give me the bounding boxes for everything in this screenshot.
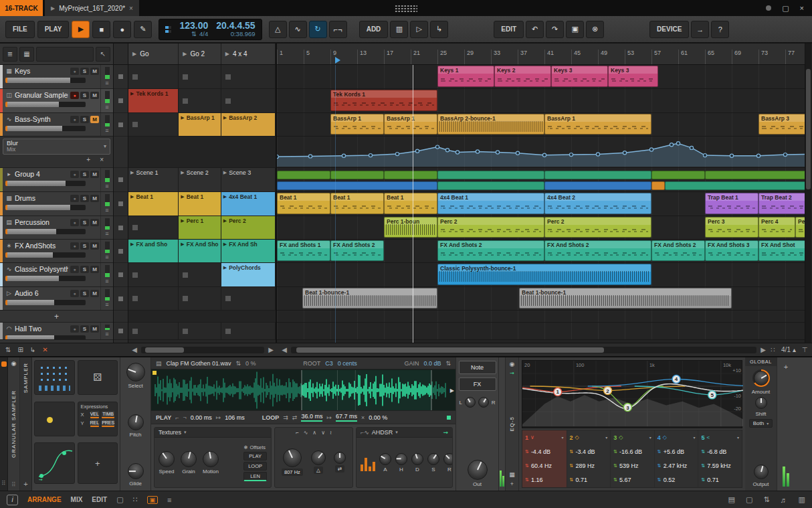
eq-band-gain[interactable]: ⇅-3.4 dB bbox=[570, 448, 608, 455]
clip-slot[interactable]: ▶4x4 Beat 1 bbox=[221, 192, 276, 216]
mute-button[interactable]: M bbox=[90, 195, 99, 202]
panel-layout-icon[interactable]: ▣ bbox=[147, 496, 159, 504]
clip-slot[interactable] bbox=[128, 113, 179, 136]
group-clip-segment[interactable] bbox=[544, 171, 651, 179]
random-modulator[interactable]: ⚄ bbox=[78, 360, 118, 395]
clip-play-icon[interactable]: ▶ bbox=[181, 218, 184, 224]
grain-knob[interactable] bbox=[181, 451, 197, 467]
clip-slot[interactable]: ▶FX And Sho bbox=[179, 240, 221, 262]
loop-pingpong-icon[interactable]: ⇄ bbox=[292, 414, 298, 421]
arranger-clip[interactable]: BassArp 2-bounce-1 bbox=[437, 114, 544, 135]
hold-knob[interactable] bbox=[395, 453, 407, 465]
clip-play-icon[interactable]: ▶ bbox=[223, 242, 227, 247]
edit-menu-button[interactable]: EDIT bbox=[494, 21, 524, 38]
volume-fader[interactable] bbox=[5, 300, 86, 305]
arm-button[interactable]: ● bbox=[70, 325, 79, 333]
eq-band-gain[interactable]: ⇅-6.8 dB bbox=[701, 448, 739, 455]
position-value[interactable]: 20.4.4.55 bbox=[216, 21, 255, 31]
eq-band-type-icon[interactable]: ◇ bbox=[663, 434, 667, 440]
root-note-value[interactable]: C3 bbox=[325, 360, 333, 367]
clip-stop-button[interactable] bbox=[114, 89, 128, 113]
ahdsr-title[interactable]: AHDSR bbox=[372, 429, 393, 436]
clip-play-icon[interactable]: ▶ bbox=[130, 91, 134, 96]
freeze-icon[interactable]: ❄ bbox=[243, 444, 247, 450]
clip-slot[interactable]: ▶Beat 1 bbox=[179, 192, 221, 216]
tempo-value[interactable]: 123.00 bbox=[179, 21, 208, 31]
track-menu-icon[interactable]: ≡ bbox=[105, 104, 108, 110]
track-row[interactable]: ∿Classic Polysynth●SM≡ bbox=[0, 263, 113, 287]
eq-band-freq[interactable]: ⇅289 Hz bbox=[570, 462, 608, 469]
eq-band-freq[interactable]: ⇅2.47 kHz bbox=[657, 462, 696, 469]
arranger-row[interactable]: Keys 1Keys 2Keys 3Keys 3 bbox=[277, 65, 805, 89]
mute-button[interactable]: M bbox=[90, 219, 99, 226]
mute-button[interactable]: M bbox=[90, 171, 99, 178]
track-name[interactable]: Classic Polysynth bbox=[15, 265, 68, 273]
track-name[interactable]: FX AndShots bbox=[15, 242, 68, 250]
note-panel-toggle-icon[interactable]: ♬ bbox=[781, 496, 788, 504]
mixer-panel-toggle-icon[interactable]: ▥ bbox=[799, 495, 805, 504]
clip-stop-button[interactable] bbox=[114, 263, 128, 287]
track-name[interactable]: Audio 6 bbox=[15, 289, 68, 297]
arranger-clip[interactable]: Perc 2 bbox=[437, 217, 544, 238]
solo-button[interactable]: S bbox=[80, 68, 89, 75]
track-menu-icon[interactable]: ≡ bbox=[105, 254, 108, 260]
track-name[interactable]: Drums bbox=[15, 194, 68, 202]
device-name-column[interactable]: ◉ GRANULAR SAMPLER ⠿ bbox=[8, 357, 20, 491]
track-name[interactable]: Granular Sampler bbox=[15, 91, 68, 99]
play-mode-icon[interactable]: ⌐ bbox=[175, 414, 179, 421]
amount-knob[interactable] bbox=[754, 371, 769, 386]
arranger-clip[interactable]: Beat 1 bbox=[330, 193, 384, 214]
group-clip-segment[interactable] bbox=[330, 171, 384, 179]
clip-slot[interactable] bbox=[128, 65, 179, 88]
arranger-clip[interactable]: Beat 1-bounce-1 bbox=[519, 288, 732, 309]
track-menu-icon[interactable]: ≡ bbox=[105, 128, 108, 134]
vertical-scrollbar[interactable] bbox=[805, 44, 811, 343]
volume-fader[interactable] bbox=[5, 335, 86, 340]
stretch-value[interactable]: 0 % bbox=[245, 360, 256, 367]
arm-button[interactable]: ● bbox=[70, 195, 79, 202]
arm-button[interactable]: ● bbox=[70, 266, 79, 273]
arranger-clip[interactable]: Trap Beat 2 bbox=[758, 193, 805, 214]
remove-automation-lane-button[interactable]: × bbox=[100, 156, 104, 163]
eq-band-gain[interactable]: ⇅+5.6 dB bbox=[657, 448, 696, 455]
arranger-row[interactable]: Perc 1-bounPerc 2Perc 2Perc 3Perc 4Perc … bbox=[277, 216, 805, 240]
clip-slot[interactable] bbox=[179, 65, 221, 88]
clip-stop-button[interactable] bbox=[114, 113, 128, 137]
track-menu-icon[interactable]: ≡ bbox=[105, 331, 108, 337]
scene-header[interactable]: ▶Go 2 bbox=[179, 44, 221, 64]
sampler-tab-column[interactable]: SAMPLER + bbox=[20, 357, 32, 491]
group-clip-segment[interactable] bbox=[544, 181, 651, 190]
clip-slot[interactable]: ▶BassArp 1 bbox=[179, 113, 221, 136]
group-clip-segment[interactable] bbox=[665, 181, 805, 190]
arm-button[interactable]: ● bbox=[70, 116, 79, 123]
mute-button[interactable]: M bbox=[90, 116, 99, 123]
eq-mode-select[interactable]: Both▾ bbox=[749, 419, 773, 428]
sustain-knob[interactable] bbox=[427, 453, 439, 465]
arranger-clip[interactable]: Beat 1 bbox=[384, 193, 437, 214]
arranger-row[interactable]: BassArp 1BassArp 1BassArp 2-bounce-1Bass… bbox=[277, 113, 805, 137]
browser-panel-toggle-icon[interactable]: ▤ bbox=[728, 495, 735, 504]
fx-slot[interactable]: FX bbox=[459, 377, 496, 391]
clip-slot[interactable] bbox=[179, 323, 221, 339]
arranger-row[interactable]: Beat 1Beat 1Beat 14x4 Beat 14x4 Beat 2Tr… bbox=[277, 192, 805, 216]
device-active-led[interactable] bbox=[1, 361, 7, 367]
vertical-scrollbar-thumb[interactable] bbox=[806, 69, 811, 189]
volume-fader[interactable] bbox=[5, 252, 86, 258]
undo-button[interactable]: ↶ bbox=[526, 21, 544, 38]
track-grid-button[interactable]: ▦ bbox=[19, 47, 34, 62]
groove-button[interactable]: ∿ bbox=[289, 21, 307, 38]
eq5-add-icon[interactable]: + bbox=[510, 481, 514, 487]
launcher-scroll-right[interactable]: ▶ bbox=[266, 346, 276, 353]
eq-band-gain[interactable]: ⇅-4.4 dB bbox=[525, 448, 564, 455]
offset-loop-button[interactable]: LOOP bbox=[243, 462, 267, 471]
window-close-button[interactable]: × bbox=[800, 4, 804, 12]
inspector-panel-toggle-icon[interactable]: ▢ bbox=[746, 495, 752, 504]
file-menu-button[interactable]: FILE bbox=[5, 21, 35, 38]
track-menu-icon[interactable]: ≡ bbox=[105, 183, 108, 189]
add-modulator-button[interactable]: + bbox=[23, 480, 27, 488]
device-power-icon[interactable]: ◉ bbox=[11, 360, 17, 367]
playhead-follow-button[interactable]: ▷ bbox=[410, 21, 428, 38]
clip-slot[interactable]: ▶Perc 2 bbox=[221, 216, 276, 239]
automation-curve[interactable] bbox=[277, 137, 805, 167]
glide-knob[interactable] bbox=[128, 463, 144, 479]
